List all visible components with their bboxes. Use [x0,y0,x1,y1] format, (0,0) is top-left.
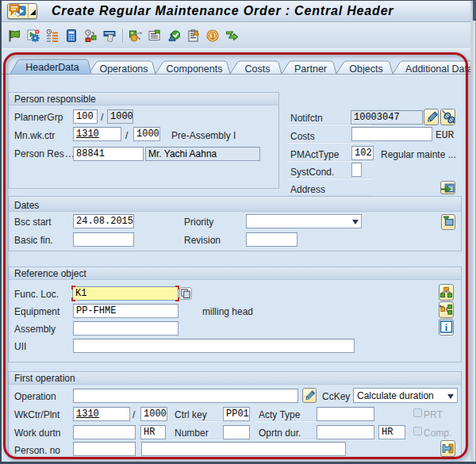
svg-text:1: 1 [210,32,214,40]
